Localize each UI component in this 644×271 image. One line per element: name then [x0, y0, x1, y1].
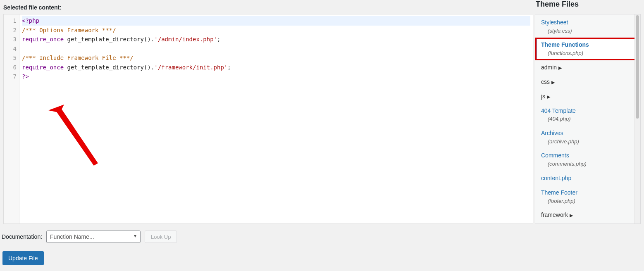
- file-name: framework: [541, 212, 568, 218]
- theme-file-item[interactable]: Archives(archive.php): [535, 126, 636, 148]
- line-number: 1: [4, 16, 17, 26]
- line-number: 2: [4, 26, 17, 35]
- code-gutter: 1234567: [4, 14, 19, 223]
- file-name: Stylesheet: [541, 19, 568, 26]
- code-editor[interactable]: 1234567 <?php/*** Options Framework ***/…: [3, 14, 533, 224]
- lookup-button[interactable]: Look Up: [145, 231, 177, 243]
- update-file-button[interactable]: Update File: [2, 251, 44, 265]
- scrollbar-thumb[interactable]: [636, 15, 639, 119]
- theme-file-item[interactable]: content.php: [535, 171, 636, 185]
- line-number: 7: [4, 72, 17, 81]
- theme-file-item[interactable]: Theme Functions(functions.php): [535, 38, 636, 60]
- documentation-label: Documentation:: [2, 233, 42, 240]
- code-line[interactable]: /*** Options Framework ***/: [22, 26, 530, 35]
- theme-file-item[interactable]: Stylesheet(style.css): [535, 15, 636, 38]
- line-number: 3: [4, 35, 17, 44]
- file-name: content.php: [541, 175, 571, 181]
- file-name: Archives: [541, 130, 563, 136]
- code-content[interactable]: <?php/*** Options Framework ***/require_…: [19, 14, 533, 223]
- file-name: Comments: [541, 152, 569, 159]
- line-number: 4: [4, 44, 17, 54]
- file-name: Theme Functions: [541, 41, 589, 48]
- file-name: css: [541, 78, 550, 85]
- file-name: js: [541, 93, 545, 100]
- folder-arrow-icon: ▶: [558, 65, 562, 70]
- folder-arrow-icon: ▶: [547, 94, 550, 99]
- theme-files-heading: Theme Files: [536, 0, 579, 9]
- theme-file-item[interactable]: 404 Template(404.php): [535, 104, 636, 126]
- line-number: 6: [4, 63, 17, 72]
- code-line[interactable]: /*** Include Framework File ***/: [22, 53, 530, 63]
- documentation-select[interactable]: Function Name...: [46, 231, 141, 243]
- file-subname: (404.php): [541, 115, 631, 123]
- file-subname: (functions.php): [541, 50, 631, 57]
- line-number: 5: [4, 53, 17, 63]
- theme-file-item[interactable]: Comments(comments.php): [535, 148, 636, 171]
- theme-folder-item[interactable]: js▶: [535, 89, 636, 104]
- code-line[interactable]: <?php: [22, 16, 530, 26]
- theme-folder-item[interactable]: admin▶: [535, 60, 636, 75]
- theme-files-list: Stylesheet(style.css)Theme Functions(fun…: [535, 14, 641, 224]
- code-line[interactable]: require_once get_template_directory().'/…: [22, 63, 530, 72]
- file-name: admin: [541, 64, 557, 71]
- code-line[interactable]: ?>: [22, 72, 530, 81]
- folder-arrow-icon: ▶: [570, 213, 573, 218]
- folder-arrow-icon: ▶: [551, 80, 555, 85]
- theme-folder-item[interactable]: css▶: [535, 75, 636, 89]
- file-subname: (style.css): [541, 27, 631, 35]
- file-subname: (archive.php): [541, 138, 631, 145]
- code-line[interactable]: [22, 44, 530, 54]
- theme-file-item[interactable]: Theme Footer(footer.php): [535, 185, 636, 208]
- file-subname: (footer.php): [541, 197, 631, 205]
- scrollbar[interactable]: [634, 14, 640, 223]
- file-name: Theme Footer: [541, 189, 577, 196]
- code-line[interactable]: require_once get_template_directory().'/…: [22, 35, 530, 44]
- theme-folder-item[interactable]: framework▶: [535, 208, 636, 222]
- file-name: 404 Template: [541, 107, 576, 114]
- file-subname: (comments.php): [541, 160, 631, 168]
